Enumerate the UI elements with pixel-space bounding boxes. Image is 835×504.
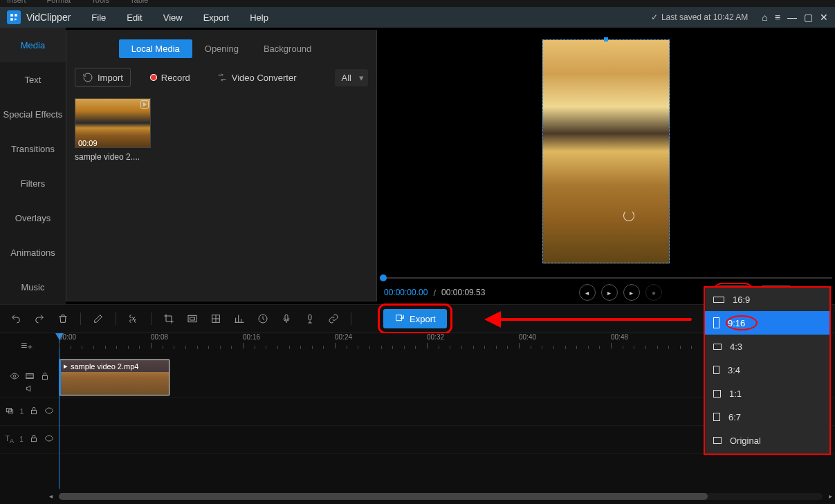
svg-rect-13 [32, 410, 37, 413]
current-time: 00:00:00.00 [384, 288, 428, 297]
overlay-track-icon [5, 406, 15, 418]
check-icon: ✓ [651, 12, 658, 22]
media-clip-thumb[interactable]: 00:09 sample video 2.... [75, 98, 151, 162]
visibility-icon[interactable] [44, 406, 54, 418]
tab-opening[interactable]: Opening [192, 39, 251, 58]
text-track-icon: TA [5, 434, 14, 445]
ruler-major: 00:32 [427, 333, 444, 341]
svg-rect-9 [26, 374, 33, 379]
mosaic-icon[interactable] [210, 313, 222, 324]
lock-icon[interactable] [29, 406, 39, 418]
menu-file[interactable]: File [91, 12, 106, 23]
voice-icon[interactable] [280, 313, 293, 324]
record-icon [150, 74, 157, 81]
screenshot-icon[interactable] [186, 313, 199, 324]
tab-background[interactable]: Background [251, 39, 324, 58]
timeline-scrollbar[interactable]: ◂ ▸ [59, 493, 823, 500]
stats-icon[interactable] [233, 313, 246, 324]
menu-help[interactable]: Help [250, 12, 268, 23]
voice2-icon[interactable] [304, 313, 316, 324]
sidebar-item-special-effects[interactable]: Special Effects [0, 97, 66, 131]
edit-icon[interactable] [92, 313, 104, 324]
aspect-option-1-1[interactable]: 1:1 [705, 382, 829, 405]
play-button[interactable]: ▸ [601, 284, 618, 301]
sidebar-item-animations[interactable]: Animations [0, 235, 66, 270]
ruler-major: 00:48 [611, 333, 628, 341]
sidebar-item-overlays[interactable]: Overlays [0, 200, 66, 235]
undo-icon[interactable] [10, 313, 22, 324]
svg-rect-4 [285, 315, 288, 320]
scroll-left-icon[interactable]: ◂ [49, 492, 53, 500]
media-filter-select[interactable]: All [335, 69, 368, 86]
menu-view[interactable]: View [163, 12, 183, 23]
home-icon[interactable]: ⌂ [762, 12, 767, 23]
record-button[interactable]: Record [143, 69, 197, 86]
tab-local-media[interactable]: Local Media [119, 39, 192, 58]
annotation-circle [726, 315, 758, 330]
delete-icon[interactable] [57, 313, 69, 324]
sidebar-item-transitions[interactable]: Transitions [0, 131, 66, 166]
next-frame-button[interactable]: ▸ [623, 284, 640, 301]
visibility-icon[interactable] [10, 371, 19, 383]
title-bar: VidClipper File Edit View Export Help ✓ … [0, 7, 835, 28]
media-panel: Local Media Opening Background Import Re… [66, 30, 377, 301]
split-icon[interactable] [127, 313, 140, 324]
sidebar-item-filters[interactable]: Filters [0, 166, 66, 200]
ruler-major: 00:16 [243, 333, 260, 341]
converter-icon [217, 72, 228, 83]
refresh-import-icon [82, 72, 93, 83]
aspect-option-6-7[interactable]: 6:7 [705, 405, 829, 429]
scrollbar-thumb[interactable] [59, 493, 708, 500]
import-button[interactable]: Import [75, 68, 131, 87]
ruler-major: 00:08 [151, 333, 168, 341]
ratio-shape-icon [713, 390, 721, 398]
aspect-option-Original[interactable]: Original [705, 429, 829, 452]
video-preview-frame[interactable] [542, 39, 670, 263]
sidebar-item-media[interactable]: Media [0, 28, 66, 62]
aspect-option-3-4[interactable]: 3:4 [705, 358, 829, 382]
visibility-icon[interactable] [44, 433, 54, 445]
sidebar-item-text[interactable]: Text [0, 62, 66, 97]
preview-seek-handle[interactable] [380, 274, 387, 281]
record-preview-button[interactable]: ● [645, 284, 662, 301]
preview-pane: 00:00:00.00 / 00:00:09.53 ◂ ▸ ▸ ● 9:16▾ … [377, 28, 835, 304]
preview-seek-track[interactable] [380, 277, 832, 279]
mute-icon[interactable] [25, 384, 35, 395]
maximize-button[interactable]: ▢ [804, 12, 813, 23]
clip-play-icon: ▸ [64, 362, 68, 371]
rotate-icon[interactable] [623, 210, 634, 221]
aspect-option-16-9[interactable]: 16:9 [705, 288, 829, 311]
close-button[interactable]: ✕ [820, 12, 828, 23]
menu-export[interactable]: Export [203, 12, 230, 23]
aspect-option-4-3[interactable]: 4:3 [705, 335, 829, 358]
aspect-option-9-16[interactable]: 9:16 [705, 311, 829, 335]
app-name: VidClipper [26, 12, 71, 23]
crop-icon[interactable] [163, 313, 175, 324]
lock-icon[interactable] [29, 433, 39, 445]
prev-frame-button[interactable]: ◂ [579, 284, 596, 301]
resize-handle[interactable] [604, 37, 608, 41]
menu-edit[interactable]: Edit [127, 12, 142, 23]
svg-rect-0 [188, 315, 196, 321]
timeline-clip[interactable]: ▸ sample video 2.mp4 [59, 360, 169, 395]
export-button[interactable]: Export [383, 309, 447, 328]
clip-duration: 00:09 [78, 139, 98, 147]
svg-point-8 [13, 375, 16, 377]
time-icon[interactable] [257, 313, 269, 324]
menu-bar: File Edit View Export Help [91, 12, 268, 23]
app-logo [7, 10, 21, 24]
minimize-button[interactable]: — [787, 12, 797, 23]
link-icon[interactable] [327, 313, 340, 324]
annotation-arrow [484, 315, 692, 324]
clip-name: sample video 2.... [75, 152, 151, 162]
play-overlay-icon [140, 100, 149, 109]
redo-icon[interactable] [33, 313, 46, 324]
svg-rect-12 [8, 410, 12, 413]
sidebar-item-music[interactable]: Music [0, 270, 66, 304]
add-track-button[interactable]: ≡₊ [21, 339, 33, 352]
lock-icon[interactable] [40, 371, 50, 383]
video-converter-button[interactable]: Video Converter [210, 68, 304, 86]
aspect-ratio-dropdown: 16:99:164:33:41:16:7Original [705, 288, 829, 454]
scroll-right-icon[interactable]: ▸ [829, 492, 832, 500]
hamburger-icon[interactable]: ≡ [775, 12, 780, 23]
